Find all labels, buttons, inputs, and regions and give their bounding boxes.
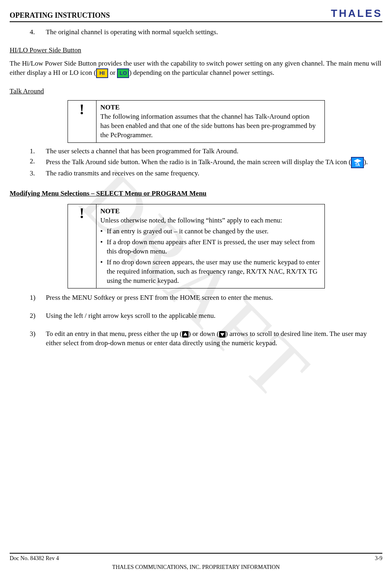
note-intro: Unless otherwise noted, the following “h… [101,216,320,225]
list-item: 3. The radio transmits and receives on t… [30,169,382,178]
lo-power-icon: LO [117,68,129,78]
note-bullet: •If a drop down menu appears after ENT i… [101,238,320,256]
list-item: 3) To edit an entry in that menu, press … [30,330,382,348]
note-title: NOTE [101,207,320,216]
note-icon: ! [68,100,96,142]
note-box: ! NOTE Unless otherwise noted, the follo… [68,204,325,288]
list-text: The radio transmits and receives on the … [46,169,199,178]
text: Press the Talk Around side button. When … [46,158,351,165]
text: If an entry is grayed out – it cannot be… [107,227,269,236]
list-text: Press the Talk Around side button. When … [46,157,368,168]
ta-icon-label: TA [355,163,360,167]
list-number: 2) [30,311,39,321]
hi-power-icon: HI [96,68,108,78]
note-body: The following information assumes that t… [101,112,320,140]
list-text: Press the MENU Softkey or press ENT from… [46,293,273,303]
note-bullet: •If no drop down screen appears, the use… [101,258,320,286]
list-text: The user selects a channel that has been… [46,147,238,156]
list-text: The original channel is operating with n… [46,28,218,37]
brand-logo: THALES [331,7,382,20]
list-number: 4. [30,28,39,37]
note-content: NOTE Unless otherwise noted, the followi… [96,204,324,288]
page-footer: Doc No. 84382 Rev 4 3-9 THALES COMMUNICA… [10,553,382,571]
text: To edit an entry in that menu, press eit… [46,330,182,338]
list-number: 3. [30,169,39,178]
list-item: 2. Press the Talk Around side button. Wh… [30,157,382,168]
down-arrow-icon [219,331,226,338]
doc-number: Doc No. 84382 Rev 4 [10,555,59,562]
list-text: Using the left / right arrow keys scroll… [46,311,215,321]
text: If no drop down screen appears, the user… [107,258,320,286]
list-number: 1. [30,147,39,156]
list-item: 2) Using the left / right arrow keys scr… [30,311,382,321]
note-box: ! NOTE The following information assumes… [68,100,325,143]
list-number: 1) [30,293,39,303]
proprietary-notice: THALES COMMUNICATIONS, INC. PROPRIETARY … [10,564,382,571]
subheading-hilo: HI/LO Power Side Button [10,46,382,55]
subheading-talkaround: Talk Around [10,87,382,96]
paragraph: The Hi/Low Power Side Button provides th… [10,59,382,78]
list-item: 1) Press the MENU Softkey or press ENT f… [30,293,382,303]
list-item: 4. The original channel is operating wit… [30,28,382,37]
list-number: 2. [30,157,39,166]
subheading-modify: Modifying Menu Selections – SELECT Menu … [10,189,382,198]
note-icon: ! [68,204,96,288]
text: If a drop down menu appears after ENT is… [107,238,320,256]
list-text: To edit an entry in that menu, press eit… [46,330,382,348]
note-bullet: •If an entry is grayed out – it cannot b… [101,227,320,236]
text: ). [364,158,368,165]
ta-icon: ◀▶TA [351,157,364,168]
note-content: NOTE The following information assumes t… [96,100,324,142]
text: ) depending on the particular channel po… [129,69,274,76]
section-title: OPERATING INSTRUCTIONS [10,11,110,20]
note-title: NOTE [101,103,320,112]
list-number: 3) [30,330,39,348]
text: or [108,69,117,76]
text: ) or down ( [189,330,219,338]
page-number: 3-9 [375,555,382,562]
page-header: OPERATING INSTRUCTIONS THALES [10,7,382,22]
up-arrow-icon [182,331,189,338]
list-item: 1. The user selects a channel that has b… [30,147,382,156]
